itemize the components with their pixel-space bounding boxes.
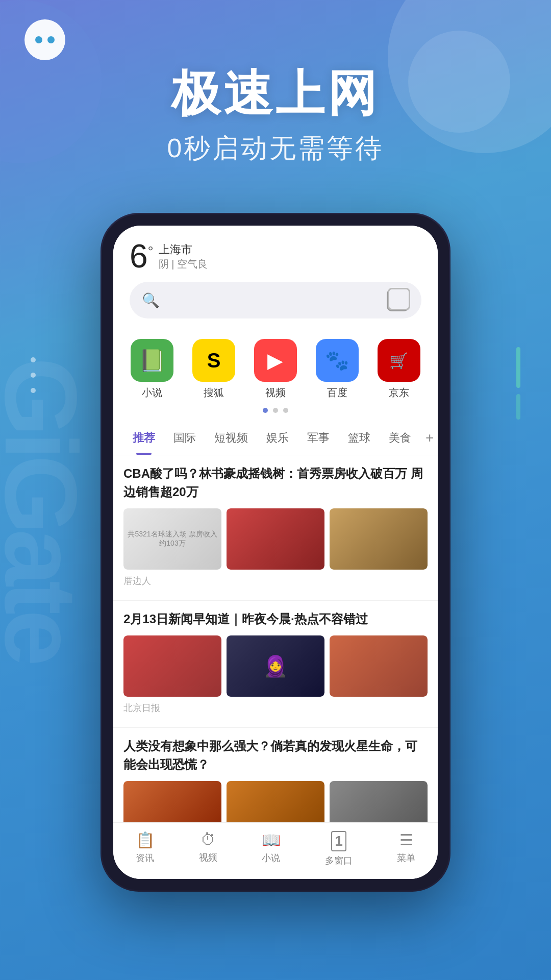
phone-header: 6° 上海市 阴 | 空气良 🔍 bbox=[113, 226, 438, 327]
article-3[interactable]: 人类没有想象中那么强大？倘若真的发现火星生命，可能会出现恐慌？ bbox=[113, 728, 438, 822]
nav-menu[interactable]: ☰ 菜单 bbox=[397, 831, 415, 867]
app-icon-novel: 📗 bbox=[131, 339, 173, 382]
app-shortcuts-section: 📗 小说 S 搜狐 ▶ 视频 🐾 bbox=[113, 327, 438, 421]
app-label-baidu: 百度 bbox=[327, 386, 347, 400]
category-tabs: 推荐 国际 短视频 娱乐 军事 篮球 美食 + bbox=[113, 421, 438, 455]
weather-description: 阴 | 空气良 bbox=[159, 257, 208, 271]
nav-multiwindow[interactable]: 1 多窗口 bbox=[325, 831, 353, 867]
hero-title: 极速上网 bbox=[0, 66, 551, 120]
tab-entertainment[interactable]: 娱乐 bbox=[257, 421, 298, 455]
app-item-jd[interactable]: 🛒 京东 bbox=[378, 339, 420, 400]
app-logo[interactable] bbox=[24, 19, 65, 60]
app-label-novel: 小说 bbox=[142, 386, 162, 400]
app-label-video: 视频 bbox=[265, 386, 286, 400]
dot-2 bbox=[273, 408, 278, 413]
robot-eyes-icon bbox=[35, 36, 55, 43]
tab-recommend[interactable]: 推荐 bbox=[123, 421, 164, 455]
add-category-button[interactable]: + bbox=[420, 425, 438, 451]
nav-novel[interactable]: 📖 小说 bbox=[262, 831, 281, 867]
temp-value: 6 bbox=[130, 238, 148, 275]
dot-1 bbox=[263, 408, 268, 413]
menu-icon: ☰ bbox=[399, 831, 413, 849]
tab-military[interactable]: 军事 bbox=[298, 421, 339, 455]
novel-icon: 📖 bbox=[262, 831, 281, 849]
app-icon-jd: 🛒 bbox=[378, 339, 420, 382]
search-icon: 🔍 bbox=[142, 292, 160, 309]
nav-menu-label: 菜单 bbox=[397, 852, 415, 864]
nav-video[interactable]: ⏱ 视频 bbox=[199, 831, 217, 867]
phone-frame: 6° 上海市 阴 | 空气良 🔍 bbox=[102, 214, 449, 890]
tab-shortvideo[interactable]: 短视频 bbox=[205, 421, 257, 455]
city-name: 上海市 bbox=[159, 242, 208, 257]
article-1-title: CBA酸了吗？林书豪成摇钱树：首秀票房收入破百万 周边销售超20万 bbox=[123, 464, 428, 501]
article-3-img-2 bbox=[227, 781, 324, 822]
nav-multiwindow-label: 多窗口 bbox=[325, 854, 353, 867]
page-indicator bbox=[121, 408, 430, 413]
app-icon-sohu: S bbox=[192, 339, 235, 382]
side-bars-right bbox=[516, 347, 520, 420]
tab-food[interactable]: 美食 bbox=[380, 421, 420, 455]
article-2[interactable]: 2月13日新闻早知道｜昨夜今晨·热点不容错过 🧕 bbox=[113, 601, 438, 728]
background-watermark: GiGate bbox=[0, 357, 92, 662]
nav-novel-label: 小说 bbox=[262, 852, 280, 864]
phone-mockup: 6° 上海市 阴 | 空气良 🔍 bbox=[102, 214, 449, 890]
nav-video-label: 视频 bbox=[199, 851, 217, 864]
nav-news[interactable]: 📋 资讯 bbox=[136, 831, 155, 867]
robot-eye-right bbox=[47, 36, 55, 43]
temperature-display: 6° bbox=[130, 240, 154, 273]
article-3-img-1 bbox=[123, 781, 221, 822]
article-3-images bbox=[123, 781, 428, 822]
article-1-img-3 bbox=[330, 508, 428, 570]
multiwindow-icon: 1 bbox=[331, 831, 346, 851]
app-icon-baidu: 🐾 bbox=[316, 339, 359, 382]
app-item-novel[interactable]: 📗 小说 bbox=[131, 339, 173, 400]
app-label-sohu: 搜狐 bbox=[204, 386, 224, 400]
article-2-images: 🧕 bbox=[123, 635, 428, 697]
temp-degree: ° bbox=[148, 243, 154, 259]
bottom-nav: 📋 资讯 ⏱ 视频 📖 小说 1 多窗口 bbox=[113, 822, 438, 879]
tab-international[interactable]: 国际 bbox=[164, 421, 205, 455]
article-2-title: 2月13日新闻早知道｜昨夜今晨·热点不容错过 bbox=[123, 610, 428, 628]
article-1-images: 共5321名球迷入场 票房收入约103万 bbox=[123, 508, 428, 570]
app-label-jd: 京东 bbox=[389, 386, 409, 400]
news-feed: 推荐 国际 短视频 娱乐 军事 篮球 美食 + CBA酸了吗？林书豪成摇钱树：首… bbox=[113, 421, 438, 822]
article-2-img-1 bbox=[123, 635, 221, 697]
article-2-source: 北京日报 bbox=[123, 702, 428, 714]
robot-eye-left bbox=[35, 36, 42, 43]
hero-subtitle: 0秒启动无需等待 bbox=[0, 131, 551, 166]
article-3-img-3 bbox=[330, 781, 428, 822]
article-3-title: 人类没有想象中那么强大？倘若真的发现火星生命，可能会出现恐慌？ bbox=[123, 737, 428, 774]
news-icon: 📋 bbox=[136, 831, 155, 849]
side-bar-2 bbox=[516, 394, 520, 420]
app-item-video[interactable]: ▶ 视频 bbox=[254, 339, 297, 400]
nav-news-label: 资讯 bbox=[136, 852, 154, 864]
app-item-baidu[interactable]: 🐾 百度 bbox=[316, 339, 359, 400]
multi-tab-icon[interactable] bbox=[387, 289, 409, 311]
article-1[interactable]: CBA酸了吗？林书豪成摇钱树：首秀票房收入破百万 周边销售超20万 共5321名… bbox=[113, 455, 438, 601]
app-icon-video: ▶ bbox=[254, 339, 297, 382]
phone-content: 6° 上海市 阴 | 空气良 🔍 bbox=[113, 226, 438, 879]
weather-info: 上海市 阴 | 空气良 bbox=[159, 242, 208, 271]
phone-screen: 6° 上海市 阴 | 空气良 🔍 bbox=[113, 226, 438, 879]
side-bar-1 bbox=[516, 347, 520, 388]
app-item-sohu[interactable]: S 搜狐 bbox=[192, 339, 235, 400]
article-1-source: 厝边人 bbox=[123, 575, 428, 587]
weather-row: 6° 上海市 阴 | 空气良 bbox=[130, 240, 421, 273]
dot-3 bbox=[283, 408, 288, 413]
search-bar[interactable]: 🔍 bbox=[130, 282, 421, 318]
article-1-img-1: 共5321名球迷入场 票房收入约103万 bbox=[123, 508, 221, 570]
article-2-img-3 bbox=[330, 635, 428, 697]
app-grid: 📗 小说 S 搜狐 ▶ 视频 🐾 bbox=[121, 339, 430, 400]
article-1-img-2 bbox=[227, 508, 324, 570]
article-2-img-2: 🧕 bbox=[227, 635, 324, 697]
tab-basketball[interactable]: 篮球 bbox=[339, 421, 380, 455]
video-icon: ⏱ bbox=[201, 831, 216, 848]
hero-section: 极速上网 0秒启动无需等待 bbox=[0, 66, 551, 166]
